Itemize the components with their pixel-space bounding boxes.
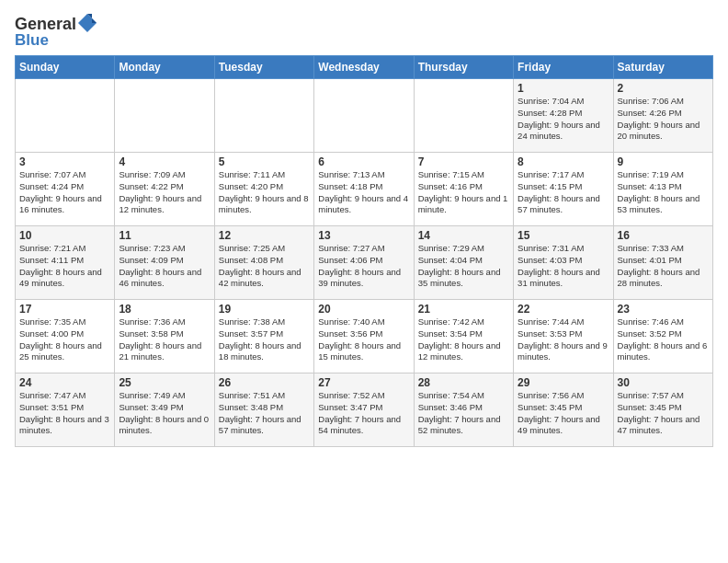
day-info: Sunrise: 7:38 AM Sunset: 3:57 PM Dayligh…: [219, 316, 310, 363]
day-info: Sunrise: 7:44 AM Sunset: 3:53 PM Dayligh…: [518, 316, 609, 363]
day-number: 3: [19, 155, 110, 168]
day-cell: 16Sunrise: 7:33 AM Sunset: 4:01 PM Dayli…: [613, 226, 712, 300]
day-cell: 9Sunrise: 7:19 AM Sunset: 4:13 PM Daylig…: [613, 153, 712, 226]
day-cell: 13Sunrise: 7:27 AM Sunset: 4:06 PM Dayli…: [314, 226, 414, 300]
day-cell: 3Sunrise: 7:07 AM Sunset: 4:24 PM Daylig…: [16, 153, 115, 226]
day-info: Sunrise: 7:17 AM Sunset: 4:15 PM Dayligh…: [518, 169, 609, 216]
day-cell: 27Sunrise: 7:52 AM Sunset: 3:47 PM Dayli…: [314, 373, 414, 447]
day-number: 9: [618, 155, 709, 168]
day-info: Sunrise: 7:15 AM Sunset: 4:16 PM Dayligh…: [418, 169, 509, 216]
day-cell: 11Sunrise: 7:23 AM Sunset: 4:09 PM Dayli…: [115, 226, 214, 300]
day-cell: 7Sunrise: 7:15 AM Sunset: 4:16 PM Daylig…: [414, 153, 513, 226]
week-row: 17Sunrise: 7:35 AM Sunset: 4:00 PM Dayli…: [16, 300, 713, 373]
day-number: 17: [19, 303, 110, 316]
day-number: 20: [318, 303, 409, 316]
header-day: Wednesday: [314, 56, 414, 79]
day-cell: 24Sunrise: 7:47 AM Sunset: 3:51 PM Dayli…: [16, 373, 115, 447]
day-number: 19: [219, 303, 310, 316]
day-info: Sunrise: 7:35 AM Sunset: 4:00 PM Dayligh…: [19, 316, 110, 363]
day-cell: [115, 79, 214, 153]
day-info: Sunrise: 7:09 AM Sunset: 4:22 PM Dayligh…: [119, 169, 210, 216]
day-cell: 5Sunrise: 7:11 AM Sunset: 4:20 PM Daylig…: [214, 153, 313, 226]
day-info: Sunrise: 7:04 AM Sunset: 4:28 PM Dayligh…: [518, 96, 609, 143]
day-cell: 14Sunrise: 7:29 AM Sunset: 4:04 PM Dayli…: [414, 226, 513, 300]
day-number: 12: [219, 229, 310, 242]
day-cell: 26Sunrise: 7:51 AM Sunset: 3:48 PM Dayli…: [214, 373, 313, 447]
day-cell: 15Sunrise: 7:31 AM Sunset: 4:03 PM Dayli…: [514, 226, 613, 300]
day-number: 21: [418, 303, 509, 316]
day-number: 15: [518, 229, 609, 242]
day-cell: 19Sunrise: 7:38 AM Sunset: 3:57 PM Dayli…: [214, 300, 313, 373]
logo: General Blue: [15, 15, 97, 50]
day-number: 29: [518, 376, 609, 389]
day-cell: 4Sunrise: 7:09 AM Sunset: 4:22 PM Daylig…: [115, 153, 214, 226]
day-number: 27: [318, 376, 409, 389]
day-number: 14: [418, 229, 509, 242]
week-row: 10Sunrise: 7:21 AM Sunset: 4:11 PM Dayli…: [16, 226, 713, 300]
day-number: 2: [618, 82, 709, 95]
page-container: General Blue SundayMondayTuesdayWednesda…: [0, 0, 728, 454]
day-info: Sunrise: 7:31 AM Sunset: 4:03 PM Dayligh…: [518, 243, 609, 290]
week-row: 1Sunrise: 7:04 AM Sunset: 4:28 PM Daylig…: [16, 79, 713, 153]
day-cell: 10Sunrise: 7:21 AM Sunset: 4:11 PM Dayli…: [16, 226, 115, 300]
day-info: Sunrise: 7:54 AM Sunset: 3:46 PM Dayligh…: [418, 390, 509, 437]
day-info: Sunrise: 7:19 AM Sunset: 4:13 PM Dayligh…: [618, 169, 709, 216]
day-info: Sunrise: 7:56 AM Sunset: 3:45 PM Dayligh…: [518, 390, 609, 437]
day-number: 25: [119, 376, 210, 389]
day-number: 10: [19, 229, 110, 242]
day-info: Sunrise: 7:36 AM Sunset: 3:58 PM Dayligh…: [119, 316, 210, 363]
day-cell: 21Sunrise: 7:42 AM Sunset: 3:54 PM Dayli…: [414, 300, 513, 373]
day-cell: 30Sunrise: 7:57 AM Sunset: 3:45 PM Dayli…: [613, 373, 712, 447]
day-number: 11: [119, 229, 210, 242]
day-info: Sunrise: 7:52 AM Sunset: 3:47 PM Dayligh…: [318, 390, 409, 437]
day-cell: 2Sunrise: 7:06 AM Sunset: 4:26 PM Daylig…: [613, 79, 712, 153]
day-cell: 6Sunrise: 7:13 AM Sunset: 4:18 PM Daylig…: [314, 153, 414, 226]
day-cell: 23Sunrise: 7:46 AM Sunset: 3:52 PM Dayli…: [613, 300, 712, 373]
day-number: 6: [318, 155, 409, 168]
day-cell: 8Sunrise: 7:17 AM Sunset: 4:15 PM Daylig…: [514, 153, 613, 226]
day-info: Sunrise: 7:29 AM Sunset: 4:04 PM Dayligh…: [418, 243, 509, 290]
day-info: Sunrise: 7:47 AM Sunset: 3:51 PM Dayligh…: [19, 390, 110, 437]
calendar-table: SundayMondayTuesdayWednesdayThursdayFrid…: [15, 55, 713, 447]
header-day: Monday: [115, 56, 214, 79]
day-info: Sunrise: 7:40 AM Sunset: 3:56 PM Dayligh…: [318, 316, 409, 363]
day-number: 30: [618, 376, 709, 389]
day-cell: 1Sunrise: 7:04 AM Sunset: 4:28 PM Daylig…: [514, 79, 613, 153]
day-number: 16: [618, 229, 709, 242]
logo-blue-text: Blue: [15, 31, 97, 50]
day-cell: [414, 79, 513, 153]
day-number: 18: [119, 303, 210, 316]
header-day: Saturday: [613, 56, 712, 79]
page-header: General Blue: [15, 11, 713, 50]
day-info: Sunrise: 7:11 AM Sunset: 4:20 PM Dayligh…: [219, 169, 310, 216]
day-info: Sunrise: 7:49 AM Sunset: 3:49 PM Dayligh…: [119, 390, 210, 437]
day-cell: 18Sunrise: 7:36 AM Sunset: 3:58 PM Dayli…: [115, 300, 214, 373]
day-number: 4: [119, 155, 210, 168]
day-info: Sunrise: 7:42 AM Sunset: 3:54 PM Dayligh…: [418, 316, 509, 363]
day-info: Sunrise: 7:07 AM Sunset: 4:24 PM Dayligh…: [19, 169, 110, 216]
day-number: 8: [518, 155, 609, 168]
day-cell: 22Sunrise: 7:44 AM Sunset: 3:53 PM Dayli…: [514, 300, 613, 373]
day-info: Sunrise: 7:13 AM Sunset: 4:18 PM Dayligh…: [318, 169, 409, 216]
day-cell: [214, 79, 313, 153]
day-cell: 28Sunrise: 7:54 AM Sunset: 3:46 PM Dayli…: [414, 373, 513, 447]
header-day: Sunday: [16, 56, 115, 79]
day-number: 28: [418, 376, 509, 389]
day-info: Sunrise: 7:51 AM Sunset: 3:48 PM Dayligh…: [219, 390, 310, 437]
day-number: 7: [418, 155, 509, 168]
day-info: Sunrise: 7:27 AM Sunset: 4:06 PM Dayligh…: [318, 243, 409, 290]
logo-icon: [77, 13, 97, 33]
day-info: Sunrise: 7:06 AM Sunset: 4:26 PM Dayligh…: [618, 96, 709, 143]
day-cell: 25Sunrise: 7:49 AM Sunset: 3:49 PM Dayli…: [115, 373, 214, 447]
day-cell: [314, 79, 414, 153]
week-row: 24Sunrise: 7:47 AM Sunset: 3:51 PM Dayli…: [16, 373, 713, 447]
header-day: Tuesday: [214, 56, 313, 79]
day-cell: [16, 79, 115, 153]
header-day: Thursday: [414, 56, 513, 79]
day-info: Sunrise: 7:46 AM Sunset: 3:52 PM Dayligh…: [618, 316, 709, 363]
header-day: Friday: [514, 56, 613, 79]
day-info: Sunrise: 7:21 AM Sunset: 4:11 PM Dayligh…: [19, 243, 110, 290]
header-row: SundayMondayTuesdayWednesdayThursdayFrid…: [16, 56, 713, 79]
day-info: Sunrise: 7:23 AM Sunset: 4:09 PM Dayligh…: [119, 243, 210, 290]
day-number: 1: [518, 82, 609, 95]
